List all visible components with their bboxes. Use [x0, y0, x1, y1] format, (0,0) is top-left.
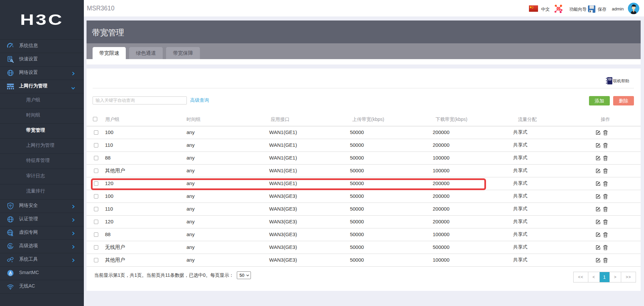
- svg-text:S: S: [9, 244, 12, 249]
